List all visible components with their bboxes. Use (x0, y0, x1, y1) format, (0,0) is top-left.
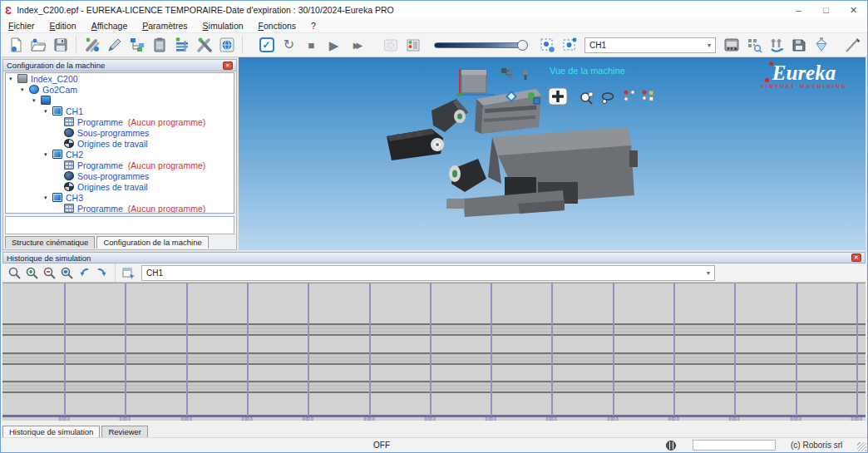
chain-dots-alt-icon[interactable] (640, 88, 655, 103)
history-close-button[interactable]: ✕ (851, 254, 861, 262)
tree-item-ch2-sous-programmes[interactable]: Sous-programmes (6, 170, 234, 181)
clipboard-icon (151, 37, 168, 53)
tree-item-ch1-programme[interactable]: Programme (Aucun programme) (6, 116, 234, 127)
resize-grip[interactable] (857, 442, 866, 451)
tab-historique-simulation[interactable]: Historique de simulation (2, 426, 100, 438)
slider-handle[interactable] (517, 40, 528, 51)
expand-arrow-icon[interactable]: ▾ (44, 194, 52, 200)
tree-item-index-c200[interactable]: ▾ Index_C200 (6, 73, 234, 84)
tree-item-ch1-sous-programmes[interactable]: Sous-programmes (6, 127, 234, 138)
save-state-icon (791, 37, 807, 53)
nav-diamond-icon[interactable] (504, 89, 519, 104)
export-history-button[interactable] (120, 264, 137, 281)
new-file-button[interactable] (4, 34, 27, 56)
grid-line (673, 283, 675, 416)
simulation-speed-slider[interactable] (434, 42, 525, 48)
tree-item-go2cam[interactable]: ▾ Go2Cam (6, 84, 234, 95)
maximize-button[interactable]: □ (812, 1, 840, 19)
sim-play-button[interactable]: ▶ (323, 34, 345, 56)
no-program-warning: (Aucun programme) (128, 204, 205, 214)
probe-mini-icon[interactable] (518, 67, 533, 82)
tab-configuration-machine[interactable]: Configuration de la machine (96, 236, 208, 249)
clipboard-button[interactable] (148, 34, 170, 56)
zoom-fit-button[interactable] (58, 264, 76, 281)
sim-stop-button[interactable]: ■ (300, 34, 323, 56)
menu-help[interactable]: ? (303, 21, 323, 31)
tree-item-ch3-programme[interactable]: Programme (Aucun programme) (6, 203, 234, 214)
view-all-icon[interactable] (548, 87, 568, 106)
menu-affichage[interactable]: Affichage (84, 21, 136, 31)
grid-line (308, 283, 309, 416)
channel-track (2, 352, 866, 365)
menu-edition[interactable]: Edition (42, 21, 84, 31)
program-icon (64, 160, 74, 170)
measure-icon (845, 37, 861, 53)
globe-button[interactable] (215, 34, 238, 56)
tree-item-machine[interactable]: ▾ (6, 95, 234, 106)
save-button[interactable] (49, 34, 72, 56)
tree-item-ch2-programme[interactable]: Programme (Aucun programme) (6, 160, 234, 170)
menu-simulation[interactable]: Simulation (195, 21, 251, 31)
measure-button[interactable] (841, 34, 864, 56)
lasso-select-icon[interactable] (600, 91, 615, 106)
menu-fonctions[interactable]: Fonctions (251, 21, 304, 31)
machine-panel-button[interactable] (720, 34, 742, 56)
zoom-out-button[interactable] (41, 264, 58, 281)
minimize-button[interactable]: – (785, 1, 812, 19)
menu-parametres[interactable]: Paramètres (135, 21, 195, 31)
timeline-tick-label: 0:00.0 (729, 417, 740, 421)
kinematics-mini-icon[interactable] (500, 66, 515, 81)
expand-arrow-icon[interactable]: ▾ (44, 151, 52, 157)
qr-inspect-button[interactable] (742, 34, 765, 56)
sim-reset-button[interactable]: ↻ (278, 34, 300, 56)
sim-enable-checkbox[interactable]: ✓ (255, 34, 278, 56)
timeline-tick-label: 0:00.0 (485, 417, 496, 421)
chain-dots-icon[interactable] (622, 88, 637, 103)
zoom-window-button[interactable] (558, 34, 580, 56)
tool-change-button[interactable] (765, 34, 787, 56)
control-panel-icon (723, 37, 740, 53)
edit-button[interactable] (103, 34, 126, 56)
tab-structure-cinematique[interactable]: Structure cinématique (5, 236, 95, 249)
chevron-down-icon[interactable]: ▾ (702, 269, 710, 277)
tree-item-ch2-origines[interactable]: Origines de travail (6, 181, 234, 192)
tree-item-ch1-origines[interactable]: Origines de travail (6, 138, 234, 149)
program-list-button[interactable] (170, 34, 193, 56)
zoom-extents-button[interactable] (535, 34, 558, 56)
channel-selector[interactable]: CH1 ▾ (584, 37, 716, 53)
sim-fast-forward-button[interactable]: ▶▶ (345, 34, 367, 56)
open-file-button[interactable] (27, 34, 49, 56)
expand-arrow-icon[interactable]: ▾ (21, 86, 29, 92)
tree-item-ch3[interactable]: ▾ CH3 (6, 192, 234, 203)
tree-item-ch1[interactable]: ▾ CH1 (6, 106, 234, 116)
machine-edit-button[interactable] (81, 34, 103, 56)
history-channel-value: CH1 (146, 268, 163, 278)
sim-panel-button[interactable] (402, 34, 424, 56)
material-button[interactable] (810, 34, 832, 56)
panel-close-button[interactable]: ✕ (223, 62, 233, 70)
stock-mini-icon[interactable] (526, 91, 541, 106)
expand-arrow-icon[interactable]: ▾ (44, 108, 52, 114)
expand-arrow-icon[interactable]: ▾ (9, 76, 17, 81)
hierarchy-button[interactable] (126, 34, 148, 56)
program-icon (64, 117, 74, 126)
pan-back-button[interactable] (76, 264, 93, 281)
tools-button[interactable] (193, 34, 215, 56)
tree-item-ch2[interactable]: ▾ CH2 (6, 149, 234, 160)
machine-viewport[interactable]: Vue de la machine Eureka VIRTUAL MACHINI… (239, 57, 866, 250)
expand-arrow-icon[interactable]: ▾ (32, 97, 41, 103)
save-state-button[interactable] (787, 34, 810, 56)
zoom-button[interactable] (6, 264, 23, 281)
check-icon: ✓ (262, 39, 270, 51)
tab-reviewer[interactable]: Reviewer (101, 426, 148, 438)
history-channel-selector[interactable]: CH1 ▾ (141, 265, 715, 281)
machine-icon (41, 96, 51, 105)
sim-record-button[interactable] (379, 34, 402, 56)
menu-fichier[interactable]: Fichier (1, 21, 42, 31)
zoom-view-icon[interactable] (579, 91, 594, 106)
close-button[interactable]: ✕ (840, 1, 867, 19)
chevron-down-icon[interactable]: ▾ (703, 42, 711, 49)
history-grid[interactable]: 0:00.00:00.00:00.00:00.00:00.00:00.00:00… (2, 283, 866, 421)
zoom-in-button[interactable] (23, 264, 41, 281)
pan-forward-button[interactable] (93, 264, 111, 281)
